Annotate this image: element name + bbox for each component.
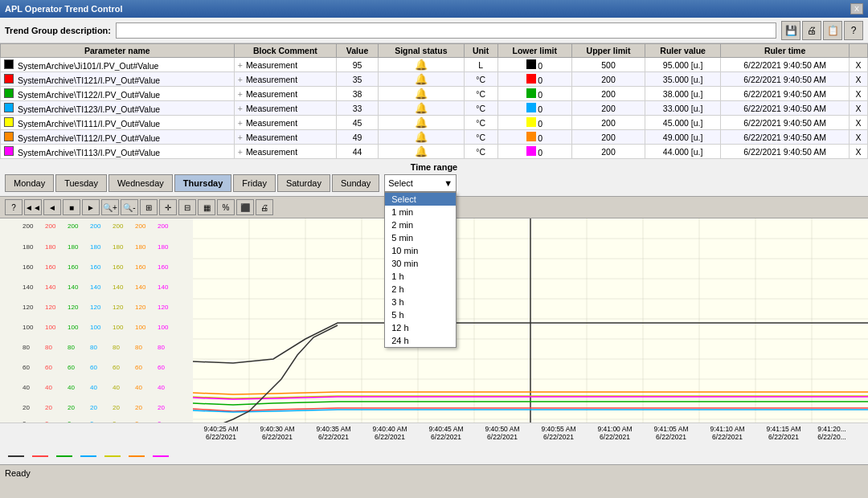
time-option-10min[interactable]: 10 min (385, 244, 456, 257)
svg-text:0: 0 (23, 420, 27, 422)
day-friday[interactable]: Friday (233, 174, 276, 192)
svg-text:180: 180 (45, 243, 56, 251)
time-option-12h[interactable]: 12 h (385, 321, 456, 334)
cell-del-1[interactable]: X (850, 72, 868, 87)
status-bar: Ready (0, 464, 868, 480)
time-option-30min[interactable]: 30 min (385, 257, 456, 270)
cell-del-2[interactable]: X (850, 87, 868, 101)
stop-btn[interactable]: ■ (63, 199, 80, 215)
percent-btn[interactable]: % (217, 199, 235, 215)
time-dropdown-trigger[interactable]: Select ▼ (384, 174, 457, 192)
time-option-1min[interactable]: 1 min (385, 206, 456, 218)
svg-text:200: 200 (23, 222, 34, 230)
cell-del-5[interactable]: X (850, 130, 868, 145)
prev-btn[interactable]: ◄◄ (24, 199, 42, 215)
zoom-in-btn[interactable]: 🔍+ (101, 199, 119, 215)
col-header-upper: Upper limit (571, 44, 645, 58)
cell-ruler-0: 95.000 [u.] (645, 58, 721, 72)
col-header-del (850, 44, 868, 58)
day-thursday[interactable]: Thursday (174, 174, 232, 192)
day-sunday[interactable]: Sunday (332, 174, 379, 192)
close-button[interactable]: X (850, 3, 863, 14)
table-body: SystemArchive\Ji101/I.PV_Out#Value +Meas… (1, 58, 868, 159)
svg-text:200: 200 (68, 222, 79, 230)
move-btn[interactable]: ✛ (159, 199, 177, 215)
cell-signal-0: 🔔 (379, 58, 464, 72)
svg-text:60: 60 (158, 364, 165, 371)
toolbar: Trend Group description: 💾 🖨 📋 ? (0, 18, 868, 43)
zoom-area-btn[interactable]: ⊞ (140, 199, 158, 215)
time-option-2h[interactable]: 2 h (385, 283, 456, 296)
copy-icon[interactable]: 📋 (823, 21, 842, 40)
time-option-1h[interactable]: 1 h (385, 270, 456, 283)
day-saturday[interactable]: Saturday (277, 174, 330, 192)
time-option-24h[interactable]: 24 h (385, 334, 456, 347)
trend-group-label: Trend Group description: (5, 26, 111, 35)
svg-text:120: 120 (68, 304, 79, 311)
zoom-out-btn[interactable]: 🔍- (121, 199, 138, 215)
svg-text:180: 180 (113, 243, 124, 251)
cell-signal-3: 🔔 (379, 101, 464, 116)
svg-text:160: 160 (158, 263, 169, 271)
comment-icon-6: + (238, 147, 243, 157)
svg-text:40: 40 (113, 384, 120, 391)
svg-text:100: 100 (23, 324, 34, 331)
print-icon[interactable]: 🖨 (802, 21, 821, 40)
fwd-btn[interactable]: ► (82, 199, 100, 215)
grid-btn[interactable]: ⊟ (178, 199, 196, 215)
cell-time-5: 6/22/2021 9:40:50 AM (721, 130, 850, 145)
svg-text:0: 0 (135, 420, 139, 422)
cell-del-0[interactable]: X (850, 58, 868, 72)
cell-comment-2: +Measurement (234, 87, 336, 101)
day-tuesday[interactable]: Tuesday (55, 174, 107, 192)
svg-text:200: 200 (113, 222, 124, 230)
limit-color-low-0 (526, 59, 536, 69)
time-option-5min[interactable]: 5 min (385, 231, 456, 244)
day-wednesday[interactable]: Wednesday (108, 174, 173, 192)
help-ctrl-btn[interactable]: ? (5, 199, 23, 215)
time-option-3h[interactable]: 3 h (385, 296, 456, 308)
cell-lower-5: 0 (497, 130, 571, 145)
limit-color-low-3 (526, 103, 536, 112)
svg-text:140: 140 (68, 284, 79, 291)
cell-del-4[interactable]: X (850, 116, 868, 130)
legend-line-red (32, 455, 48, 457)
svg-text:120: 120 (135, 304, 146, 311)
time-option-2min[interactable]: 2 min (385, 218, 456, 231)
col-header-unit: Unit (464, 44, 497, 58)
time-option-select[interactable]: Select (385, 193, 456, 206)
cell-lower-4: 0 (497, 116, 571, 130)
cell-upper-6: 200 (571, 145, 645, 159)
trend-group-input[interactable] (116, 22, 776, 39)
data-table: Parameter name Block Comment Value Signa… (0, 43, 868, 159)
print-ctrl-btn[interactable]: 🖨 (256, 199, 273, 215)
day-buttons: Monday Tuesday Wednesday Thursday Friday… (5, 174, 863, 192)
time-selected-value: Select (388, 178, 413, 188)
back-btn[interactable]: ◄ (43, 199, 61, 215)
svg-text:180: 180 (68, 243, 79, 251)
cell-del-3[interactable]: X (850, 101, 868, 116)
limit-color-low-1 (526, 74, 536, 84)
svg-text:40: 40 (45, 384, 52, 391)
color-indicator-0 (4, 59, 14, 69)
cell-param-2: SystemArchive\TI122/I.PV_Out#Value (18, 90, 160, 100)
svg-text:60: 60 (135, 364, 142, 371)
cell-upper-2: 200 (571, 87, 645, 101)
export-btn[interactable]: ⬛ (236, 199, 254, 215)
cell-signal-1: 🔔 (379, 72, 464, 87)
save-icon[interactable]: 💾 (781, 21, 800, 40)
cell-del-6[interactable]: X (850, 145, 868, 159)
svg-text:140: 140 (23, 284, 34, 291)
comment-icon-4: + (238, 118, 243, 128)
cell-time-4: 6/22/2021 9:40:50 AM (721, 116, 850, 130)
cell-param-4: SystemArchive\TI111/I.PV_Out#Value (18, 119, 160, 129)
bar-btn[interactable]: ▦ (198, 199, 215, 215)
time-option-5h[interactable]: 5 h (385, 308, 456, 321)
day-monday[interactable]: Monday (5, 174, 54, 192)
table-row: SystemArchive\TI123/I.PV_Out#Value +Meas… (1, 101, 868, 116)
x-label-8: 9:41:00 AM6/22/2021 (587, 423, 643, 448)
help-icon[interactable]: ? (844, 21, 863, 40)
comment-icon-5: + (238, 133, 243, 142)
cell-comment-3: +Measurement (234, 101, 336, 116)
cell-signal-5: 🔔 (379, 130, 464, 145)
